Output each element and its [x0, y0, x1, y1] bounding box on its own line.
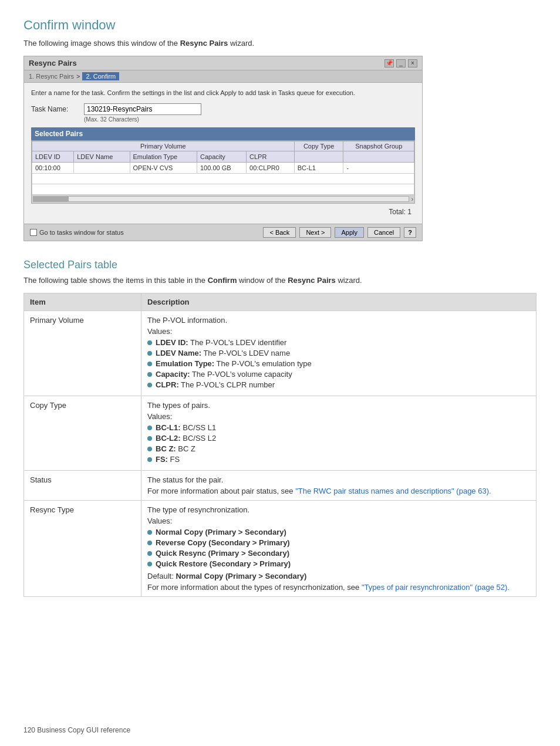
list-item: CLPR: The P-VOL's CLPR number — [147, 380, 530, 389]
intro-bold2: Resync Pairs — [288, 276, 336, 285]
table-row: Resync Type The type of resynchronizatio… — [24, 501, 537, 597]
bullet-icon — [147, 457, 152, 462]
desc-intro: The types of pairs. — [147, 401, 530, 410]
list-item: Reverse Copy (Secondary > Primary) — [147, 538, 530, 547]
bullet-icon — [147, 383, 152, 387]
task-name-input-area: (Max. 32 Characters) — [84, 103, 201, 123]
bullet-icon — [147, 340, 152, 345]
col-group-primary: Primary Volume — [32, 141, 295, 151]
desc-intro: The P-VOL information. — [147, 316, 530, 325]
titlebar-icons: 📌 _ × — [384, 59, 417, 67]
task-name-label: Task Name: — [31, 103, 78, 113]
minimize-icon[interactable]: _ — [396, 59, 406, 67]
bullet-text: Capacity: The P-VOL's volume capacity — [156, 370, 292, 379]
breadcrumb-separator: > — [76, 73, 80, 80]
intro-text: The following image shows this window of… — [23, 39, 180, 48]
bullet-icon — [147, 562, 152, 566]
desc-intro: The status for the pair. — [147, 475, 530, 484]
scrollbar-track — [33, 196, 409, 202]
col-group-snapshot: Snapshot Group — [343, 141, 414, 151]
col-ldev-id: LDEV ID — [32, 151, 74, 163]
bullet-icon — [147, 541, 152, 545]
default-text: Default: Normal Copy (Primary > Secondar… — [147, 572, 530, 580]
bullet-icon — [147, 372, 152, 377]
bullet-text: BC Z: BC Z — [156, 444, 195, 453]
close-icon[interactable]: × — [408, 59, 417, 67]
go-to-tasks-area: Go to tasks window for status — [30, 229, 124, 236]
back-button[interactable]: < Back — [263, 227, 296, 238]
description-table: Item Description Primary Volume The P-VO… — [23, 293, 537, 597]
cell-copy-type: BC-L1 — [294, 163, 343, 174]
task-name-input[interactable] — [84, 103, 201, 115]
empty-row-2 — [32, 184, 414, 195]
bullet-text: Normal Copy (Primary > Secondary) — [156, 528, 286, 536]
empty-row-1 — [32, 174, 414, 184]
list-item: Capacity: The P-VOL's volume capacity — [147, 370, 530, 379]
list-item: BC-L2: BC/SS L2 — [147, 434, 530, 443]
apply-button[interactable]: Apply — [335, 227, 364, 238]
task-name-hint: (Max. 32 Characters) — [84, 116, 201, 123]
item-copy-type: Copy Type — [24, 396, 141, 471]
col-snapshot-group — [343, 151, 414, 163]
desc-extra: For more information about pair status, … — [147, 487, 530, 495]
intro-mid: window of the — [237, 276, 288, 285]
next-button[interactable]: Next > — [299, 227, 331, 238]
bullet-icon — [147, 426, 152, 430]
pairs-table: Primary Volume Copy Type Snapshot Group … — [32, 141, 414, 195]
resync-link[interactable]: "Types of pair resynchronization" (page … — [362, 583, 510, 592]
dialog-title: Resync Pairs — [29, 59, 77, 67]
dialog-body: Enter a name for the task. Confirm the s… — [24, 83, 422, 224]
values-label: Values: — [147, 327, 530, 336]
col-header-item: Item — [24, 293, 141, 311]
selected-pairs-table-intro: The following table shows the items in t… — [23, 276, 537, 285]
bullet-text: Reverse Copy (Secondary > Primary) — [156, 538, 290, 547]
values-label: Values: — [147, 517, 530, 525]
list-item: LDEV Name: The P-VOL's LDEV name — [147, 349, 530, 357]
cell-snapshot-group: - — [343, 163, 414, 174]
dialog-titlebar: Resync Pairs 📌 _ × — [24, 56, 422, 70]
col-clpr: CLPR — [247, 151, 295, 163]
checkbox-icon[interactable] — [30, 229, 37, 236]
bullet-text: CLPR: The P-VOL's CLPR number — [156, 380, 275, 389]
bullet-icon — [147, 362, 152, 366]
desc-intro: The type of resynchronization. — [147, 505, 530, 514]
help-button[interactable]: ? — [404, 227, 416, 238]
values-label: Values: — [147, 412, 530, 421]
cancel-button[interactable]: Cancel — [367, 227, 400, 238]
list-item: BC Z: BC Z — [147, 444, 530, 453]
list-item: LDEV ID: The P-VOL's LDEV identifier — [147, 338, 530, 347]
task-name-row: Task Name: (Max. 32 Characters) — [31, 103, 415, 123]
confirm-window-title: Confirm window — [23, 18, 537, 33]
bullet-text: Quick Restore (Secondary > Primary) — [156, 559, 291, 568]
col-group-copy: Copy Type — [294, 141, 343, 151]
status-link[interactable]: "The RWC pair status names and descripti… — [295, 487, 491, 495]
table-row: Status The status for the pair. For more… — [24, 471, 537, 501]
list-item: Quick Restore (Secondary > Primary) — [147, 559, 530, 568]
bullet-icon — [147, 351, 152, 356]
list-item: FS: FS — [147, 455, 530, 464]
resync-pairs-dialog: Resync Pairs 📌 _ × 1. Resync Pairs > 2. … — [23, 56, 423, 241]
intro-start: The following table shows the items in t… — [23, 276, 208, 285]
table-row: 00:10:00 OPEN-V CVS 100.00 GB 00:CLPR0 B… — [32, 163, 414, 174]
breadcrumb-step1: 1. Resync Pairs — [29, 73, 74, 80]
col-copy-type — [294, 151, 343, 163]
horizontal-scrollbar[interactable]: › — [32, 195, 414, 203]
bullet-icon — [147, 530, 152, 535]
extra-text: For more information about the types of … — [147, 583, 530, 592]
pin-icon[interactable]: 📌 — [384, 59, 394, 67]
table-row: Copy Type The types of pairs. Values: BC… — [24, 396, 537, 471]
bullet-text: Emulation Type: The P-VOL's emulation ty… — [156, 359, 312, 368]
list-item: Emulation Type: The P-VOL's emulation ty… — [147, 359, 530, 368]
cell-ldev-id: 00:10:00 — [32, 163, 74, 174]
col-header-desc: Description — [141, 293, 537, 311]
cell-clpr: 00:CLPR0 — [247, 163, 295, 174]
intro-end: wizard. — [228, 39, 254, 48]
selected-pairs-table-title: Selected Pairs table — [23, 259, 537, 271]
item-resync-type: Resync Type — [24, 501, 141, 597]
dialog-breadcrumb: 1. Resync Pairs > 2. Confirm — [24, 70, 422, 83]
bullet-text: BC-L2: BC/SS L2 — [156, 434, 216, 443]
col-capacity: Capacity — [197, 151, 247, 163]
desc-status: The status for the pair. For more inform… — [141, 471, 537, 501]
pairs-table-wrapper: Primary Volume Copy Type Snapshot Group … — [31, 140, 415, 204]
list-item: BC-L1: BC/SS L1 — [147, 423, 530, 432]
